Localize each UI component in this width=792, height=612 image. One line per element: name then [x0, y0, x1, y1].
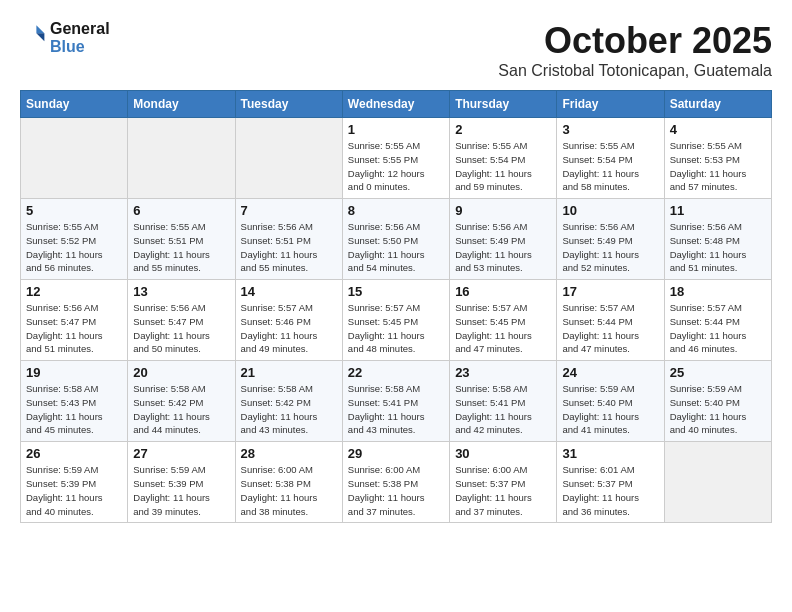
day-info: Sunrise: 5:58 AM Sunset: 5:42 PM Dayligh…: [241, 382, 337, 437]
weekday-header-wednesday: Wednesday: [342, 91, 449, 118]
day-info: Sunrise: 5:56 AM Sunset: 5:49 PM Dayligh…: [562, 220, 658, 275]
day-number: 10: [562, 203, 658, 218]
day-number: 31: [562, 446, 658, 461]
day-number: 14: [241, 284, 337, 299]
day-info: Sunrise: 6:01 AM Sunset: 5:37 PM Dayligh…: [562, 463, 658, 518]
calendar-week-row: 12Sunrise: 5:56 AM Sunset: 5:47 PM Dayli…: [21, 280, 772, 361]
day-info: Sunrise: 5:57 AM Sunset: 5:44 PM Dayligh…: [562, 301, 658, 356]
day-number: 13: [133, 284, 229, 299]
calendar-week-row: 26Sunrise: 5:59 AM Sunset: 5:39 PM Dayli…: [21, 442, 772, 523]
day-number: 26: [26, 446, 122, 461]
day-info: Sunrise: 5:57 AM Sunset: 5:46 PM Dayligh…: [241, 301, 337, 356]
day-number: 20: [133, 365, 229, 380]
calendar-cell: 25Sunrise: 5:59 AM Sunset: 5:40 PM Dayli…: [664, 361, 771, 442]
day-number: 1: [348, 122, 444, 137]
day-number: 21: [241, 365, 337, 380]
day-number: 3: [562, 122, 658, 137]
day-info: Sunrise: 5:58 AM Sunset: 5:42 PM Dayligh…: [133, 382, 229, 437]
calendar-cell: [235, 118, 342, 199]
day-info: Sunrise: 5:58 AM Sunset: 5:43 PM Dayligh…: [26, 382, 122, 437]
day-info: Sunrise: 5:55 AM Sunset: 5:54 PM Dayligh…: [562, 139, 658, 194]
location-subtitle: San Cristobal Totonicapan, Guatemala: [498, 62, 772, 80]
day-number: 18: [670, 284, 766, 299]
weekday-header-sunday: Sunday: [21, 91, 128, 118]
calendar-cell: 12Sunrise: 5:56 AM Sunset: 5:47 PM Dayli…: [21, 280, 128, 361]
day-number: 24: [562, 365, 658, 380]
day-number: 12: [26, 284, 122, 299]
logo-line2: Blue: [50, 38, 110, 56]
calendar-cell: 29Sunrise: 6:00 AM Sunset: 5:38 PM Dayli…: [342, 442, 449, 523]
calendar-cell: 13Sunrise: 5:56 AM Sunset: 5:47 PM Dayli…: [128, 280, 235, 361]
calendar-week-row: 19Sunrise: 5:58 AM Sunset: 5:43 PM Dayli…: [21, 361, 772, 442]
calendar-cell: 4Sunrise: 5:55 AM Sunset: 5:53 PM Daylig…: [664, 118, 771, 199]
day-number: 30: [455, 446, 551, 461]
day-info: Sunrise: 5:59 AM Sunset: 5:40 PM Dayligh…: [670, 382, 766, 437]
day-number: 4: [670, 122, 766, 137]
calendar-cell: 17Sunrise: 5:57 AM Sunset: 5:44 PM Dayli…: [557, 280, 664, 361]
calendar-cell: 28Sunrise: 6:00 AM Sunset: 5:38 PM Dayli…: [235, 442, 342, 523]
day-info: Sunrise: 5:59 AM Sunset: 5:40 PM Dayligh…: [562, 382, 658, 437]
day-number: 19: [26, 365, 122, 380]
weekday-header-saturday: Saturday: [664, 91, 771, 118]
day-number: 16: [455, 284, 551, 299]
calendar-cell: 5Sunrise: 5:55 AM Sunset: 5:52 PM Daylig…: [21, 199, 128, 280]
day-number: 11: [670, 203, 766, 218]
calendar-cell: 23Sunrise: 5:58 AM Sunset: 5:41 PM Dayli…: [450, 361, 557, 442]
day-info: Sunrise: 5:56 AM Sunset: 5:47 PM Dayligh…: [133, 301, 229, 356]
calendar-cell: 18Sunrise: 5:57 AM Sunset: 5:44 PM Dayli…: [664, 280, 771, 361]
calendar-cell: 9Sunrise: 5:56 AM Sunset: 5:49 PM Daylig…: [450, 199, 557, 280]
day-number: 25: [670, 365, 766, 380]
calendar-cell: 15Sunrise: 5:57 AM Sunset: 5:45 PM Dayli…: [342, 280, 449, 361]
svg-marker-0: [36, 25, 44, 33]
calendar-cell: 14Sunrise: 5:57 AM Sunset: 5:46 PM Dayli…: [235, 280, 342, 361]
logo: General Blue: [20, 20, 110, 55]
day-info: Sunrise: 5:58 AM Sunset: 5:41 PM Dayligh…: [348, 382, 444, 437]
calendar-cell: 1Sunrise: 5:55 AM Sunset: 5:55 PM Daylig…: [342, 118, 449, 199]
calendar-cell: 24Sunrise: 5:59 AM Sunset: 5:40 PM Dayli…: [557, 361, 664, 442]
day-info: Sunrise: 5:58 AM Sunset: 5:41 PM Dayligh…: [455, 382, 551, 437]
calendar-cell: 6Sunrise: 5:55 AM Sunset: 5:51 PM Daylig…: [128, 199, 235, 280]
month-year-title: October 2025: [498, 20, 772, 62]
calendar-cell: 16Sunrise: 5:57 AM Sunset: 5:45 PM Dayli…: [450, 280, 557, 361]
title-block: October 2025 San Cristobal Totonicapan, …: [498, 20, 772, 80]
calendar-cell: 3Sunrise: 5:55 AM Sunset: 5:54 PM Daylig…: [557, 118, 664, 199]
day-number: 2: [455, 122, 551, 137]
day-info: Sunrise: 5:59 AM Sunset: 5:39 PM Dayligh…: [26, 463, 122, 518]
weekday-header-row: SundayMondayTuesdayWednesdayThursdayFrid…: [21, 91, 772, 118]
calendar-cell: 21Sunrise: 5:58 AM Sunset: 5:42 PM Dayli…: [235, 361, 342, 442]
calendar-cell: 10Sunrise: 5:56 AM Sunset: 5:49 PM Dayli…: [557, 199, 664, 280]
weekday-header-thursday: Thursday: [450, 91, 557, 118]
calendar-cell: [21, 118, 128, 199]
weekday-header-friday: Friday: [557, 91, 664, 118]
calendar-cell: 19Sunrise: 5:58 AM Sunset: 5:43 PM Dayli…: [21, 361, 128, 442]
day-info: Sunrise: 5:55 AM Sunset: 5:53 PM Dayligh…: [670, 139, 766, 194]
calendar-cell: 7Sunrise: 5:56 AM Sunset: 5:51 PM Daylig…: [235, 199, 342, 280]
calendar-cell: 26Sunrise: 5:59 AM Sunset: 5:39 PM Dayli…: [21, 442, 128, 523]
day-info: Sunrise: 5:57 AM Sunset: 5:45 PM Dayligh…: [348, 301, 444, 356]
day-number: 22: [348, 365, 444, 380]
day-info: Sunrise: 5:56 AM Sunset: 5:49 PM Dayligh…: [455, 220, 551, 275]
svg-marker-1: [36, 33, 44, 41]
calendar-week-row: 1Sunrise: 5:55 AM Sunset: 5:55 PM Daylig…: [21, 118, 772, 199]
day-info: Sunrise: 5:56 AM Sunset: 5:47 PM Dayligh…: [26, 301, 122, 356]
day-number: 15: [348, 284, 444, 299]
day-info: Sunrise: 5:55 AM Sunset: 5:54 PM Dayligh…: [455, 139, 551, 194]
day-info: Sunrise: 5:57 AM Sunset: 5:44 PM Dayligh…: [670, 301, 766, 356]
day-info: Sunrise: 5:59 AM Sunset: 5:39 PM Dayligh…: [133, 463, 229, 518]
day-number: 5: [26, 203, 122, 218]
day-number: 8: [348, 203, 444, 218]
calendar-cell: 11Sunrise: 5:56 AM Sunset: 5:48 PM Dayli…: [664, 199, 771, 280]
day-info: Sunrise: 5:56 AM Sunset: 5:50 PM Dayligh…: [348, 220, 444, 275]
day-number: 27: [133, 446, 229, 461]
day-info: Sunrise: 5:57 AM Sunset: 5:45 PM Dayligh…: [455, 301, 551, 356]
weekday-header-monday: Monday: [128, 91, 235, 118]
calendar-cell: 30Sunrise: 6:00 AM Sunset: 5:37 PM Dayli…: [450, 442, 557, 523]
calendar-cell: [664, 442, 771, 523]
day-info: Sunrise: 5:56 AM Sunset: 5:48 PM Dayligh…: [670, 220, 766, 275]
day-info: Sunrise: 5:56 AM Sunset: 5:51 PM Dayligh…: [241, 220, 337, 275]
calendar-table: SundayMondayTuesdayWednesdayThursdayFrid…: [20, 90, 772, 523]
day-info: Sunrise: 6:00 AM Sunset: 5:37 PM Dayligh…: [455, 463, 551, 518]
day-number: 29: [348, 446, 444, 461]
day-info: Sunrise: 5:55 AM Sunset: 5:55 PM Dayligh…: [348, 139, 444, 194]
day-number: 6: [133, 203, 229, 218]
